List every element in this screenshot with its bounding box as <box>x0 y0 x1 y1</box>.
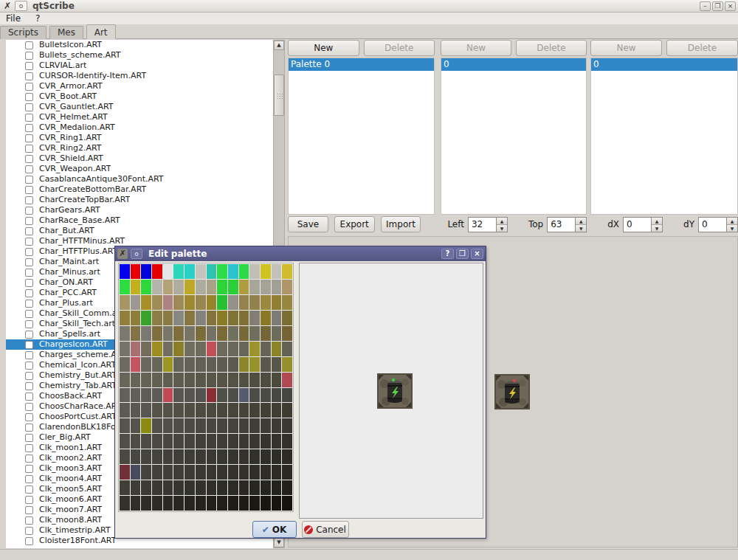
palette-color-cell[interactable] <box>163 496 173 511</box>
palette-color-cell[interactable] <box>249 373 260 387</box>
checkbox-icon[interactable] <box>25 258 33 266</box>
palette-color-cell[interactable] <box>141 280 151 294</box>
palette-color-cell[interactable] <box>173 465 184 480</box>
panel-list-item[interactable]: Palette 0 <box>289 58 434 71</box>
checkbox-icon[interactable] <box>25 382 33 390</box>
palette-color-cell[interactable] <box>228 295 238 310</box>
palette-color-cell[interactable] <box>120 280 130 294</box>
palette-color-cell[interactable] <box>131 434 141 449</box>
file-list-item[interactable]: CVR_Ring1.ART <box>6 133 273 143</box>
palette-color-cell[interactable] <box>282 418 292 433</box>
palette-color-cell[interactable] <box>141 311 151 325</box>
palette-color-cell[interactable] <box>228 403 238 418</box>
palette-color-cell[interactable] <box>261 295 271 310</box>
checkbox-icon[interactable] <box>25 196 33 204</box>
palette-color-cell[interactable] <box>141 295 151 310</box>
palette-color-cell[interactable] <box>261 373 271 387</box>
palette-color-cell[interactable] <box>261 403 271 418</box>
checkbox-icon[interactable] <box>25 485 33 494</box>
palette-color-cell[interactable] <box>228 434 238 449</box>
palette-color-cell[interactable] <box>239 388 249 403</box>
frame-list[interactable]: 0 <box>590 58 738 215</box>
palette-color-cell[interactable] <box>141 264 151 279</box>
checkbox-icon[interactable] <box>25 506 33 514</box>
palette-color-cell[interactable] <box>272 496 282 511</box>
checkbox-icon[interactable] <box>25 372 33 380</box>
palette-color-cell[interactable] <box>282 326 292 341</box>
palette-color-cell[interactable] <box>228 311 238 325</box>
checkbox-icon[interactable] <box>25 496 33 504</box>
tab-scripts[interactable]: Scripts <box>0 26 46 39</box>
palette-color-cell[interactable] <box>163 326 173 341</box>
palette-color-cell[interactable] <box>120 264 130 279</box>
palette-color-cell[interactable] <box>196 418 206 433</box>
palette-color-cell[interactable] <box>249 434 260 449</box>
palette-color-cell[interactable] <box>207 480 217 495</box>
palette-color-cell[interactable] <box>228 480 238 495</box>
file-list-item[interactable]: CasablancaAntique30Font.ART <box>6 174 273 184</box>
palette-color-cell[interactable] <box>249 342 260 356</box>
palette-color-cell[interactable] <box>131 403 141 418</box>
spin-up-icon[interactable]: ▲ <box>576 218 586 224</box>
palette-color-cell[interactable] <box>152 264 162 279</box>
palette-color-cell[interactable] <box>282 342 292 356</box>
palette-color-cell[interactable] <box>282 357 292 372</box>
palette-color-cell[interactable] <box>272 480 282 495</box>
palette-color-cell[interactable] <box>152 326 162 341</box>
palette-color-cell[interactable] <box>163 480 173 495</box>
palette-color-cell[interactable] <box>196 496 206 511</box>
ok-button[interactable]: ✔ OK <box>252 521 297 538</box>
palette-color-cell[interactable] <box>131 373 141 387</box>
checkbox-icon[interactable] <box>25 52 33 60</box>
palette-color-cell[interactable] <box>282 480 292 495</box>
palette-color-cell[interactable] <box>173 311 184 325</box>
dialog-help-button[interactable]: ? <box>441 249 454 259</box>
palette-color-cell[interactable] <box>207 357 217 372</box>
palette-color-cell[interactable] <box>282 373 292 387</box>
palette-color-cell[interactable] <box>120 434 130 449</box>
palette-color-cell[interactable] <box>141 373 151 387</box>
palette-color-cell[interactable] <box>207 295 217 310</box>
palette-color-cell[interactable] <box>249 326 260 341</box>
palette-color-cell[interactable] <box>184 264 195 279</box>
palette-color-cell[interactable] <box>163 403 173 418</box>
palette-color-cell[interactable] <box>272 357 282 372</box>
palette-color-cell[interactable] <box>152 465 162 480</box>
palette-color-cell[interactable] <box>184 496 195 511</box>
palette-color-cell[interactable] <box>239 418 249 433</box>
palette-color-cell[interactable] <box>131 418 141 433</box>
palette-color-cell[interactable] <box>152 311 162 325</box>
palette-color-cell[interactable] <box>239 280 249 294</box>
checkbox-icon[interactable] <box>25 300 33 308</box>
palette-color-cell[interactable] <box>261 388 271 403</box>
top-spinbox[interactable]: 63 <box>547 217 575 232</box>
palette-color-cell[interactable] <box>272 373 282 387</box>
spin-down-icon[interactable]: ▼ <box>497 224 507 232</box>
palette-color-cell[interactable] <box>249 418 260 433</box>
palette-color-cell[interactable] <box>217 434 227 449</box>
palette-color-cell[interactable] <box>249 357 260 372</box>
palette-delete-button[interactable]: Delete <box>364 40 435 56</box>
palette-color-cell[interactable] <box>196 342 206 356</box>
file-list-item[interactable]: CVR_Weapon.ART <box>6 164 273 174</box>
palette-color-cell[interactable] <box>120 388 130 403</box>
palette-color-cell[interactable] <box>196 403 206 418</box>
checkbox-icon[interactable] <box>25 227 33 235</box>
palette-color-cell[interactable] <box>131 295 141 310</box>
palette-color-cell[interactable] <box>261 280 271 294</box>
palette-color-cell[interactable] <box>141 480 151 495</box>
spin-down-icon[interactable]: ▼ <box>652 224 662 232</box>
palette-color-cell[interactable] <box>184 373 195 387</box>
palette-color-cell[interactable] <box>207 418 217 433</box>
file-list-item[interactable]: CharGears.ART <box>6 205 273 215</box>
palette-color-cell[interactable] <box>228 388 238 403</box>
palette-color-cell[interactable] <box>141 326 151 341</box>
palette-color-cell[interactable] <box>141 465 151 480</box>
palette-color-cell[interactable] <box>141 342 151 356</box>
checkbox-icon[interactable] <box>25 238 33 246</box>
palette-color-cell[interactable] <box>249 264 260 279</box>
dy-spinbox[interactable]: 0 <box>698 217 726 232</box>
palette-color-cell[interactable] <box>152 449 162 464</box>
checkbox-icon[interactable] <box>25 248 33 256</box>
palette-color-cell[interactable] <box>228 357 238 372</box>
